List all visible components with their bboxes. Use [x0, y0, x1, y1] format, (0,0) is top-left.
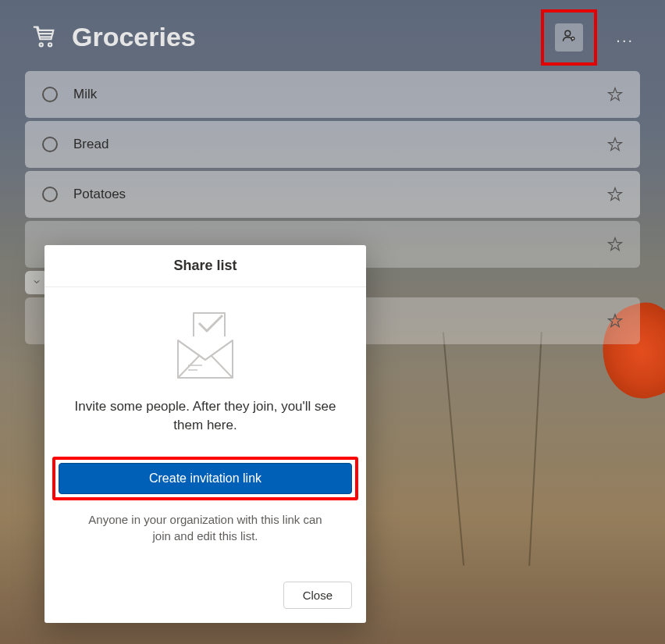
star-icon[interactable] [607, 187, 623, 202]
task-complete-radio[interactable] [42, 87, 58, 102]
modal-link-description: Anyone in your organization with this li… [44, 500, 366, 547]
svg-point-2 [565, 30, 571, 36]
modal-title: Share list [44, 245, 366, 287]
task-complete-radio[interactable] [42, 137, 58, 152]
task-row[interactable]: Milk [25, 71, 640, 118]
modal-footer: Close [44, 547, 366, 623]
share-button[interactable] [555, 23, 583, 52]
list-title[interactable]: Groceries [72, 22, 541, 52]
list-header: Groceries ... [0, 0, 665, 71]
task-list: Milk Bread Potatoes [0, 71, 665, 268]
chevron-down-icon [32, 276, 41, 290]
close-button[interactable]: Close [283, 582, 352, 609]
star-icon[interactable] [607, 237, 623, 252]
create-link-container: Create invitation link [52, 457, 358, 500]
task-title: Potatoes [73, 187, 592, 202]
task-complete-radio[interactable] [42, 187, 58, 202]
modal-instruction-text: Invite some people. After they join, you… [44, 397, 366, 457]
star-icon[interactable] [607, 87, 623, 102]
star-icon[interactable] [607, 137, 623, 152]
create-invitation-link-button[interactable]: Create invitation link [59, 463, 352, 494]
annotation-highlight-create-link: Create invitation link [52, 457, 358, 500]
svg-point-0 [40, 43, 43, 46]
more-icon: ... [616, 28, 634, 45]
star-icon[interactable] [607, 313, 623, 329]
shopping-cart-icon [31, 23, 58, 52]
task-title: Milk [73, 87, 592, 102]
task-title: Bread [73, 137, 592, 152]
task-row[interactable]: Bread [25, 121, 640, 168]
more-options-button[interactable]: ... [610, 22, 640, 52]
share-list-modal: Share list Invite some people. After the… [44, 245, 366, 623]
envelope-check-illustration [44, 287, 366, 397]
svg-point-1 [48, 43, 52, 46]
task-row[interactable]: Potatoes [25, 171, 640, 218]
share-button-container [555, 23, 583, 52]
person-add-icon [561, 28, 577, 47]
